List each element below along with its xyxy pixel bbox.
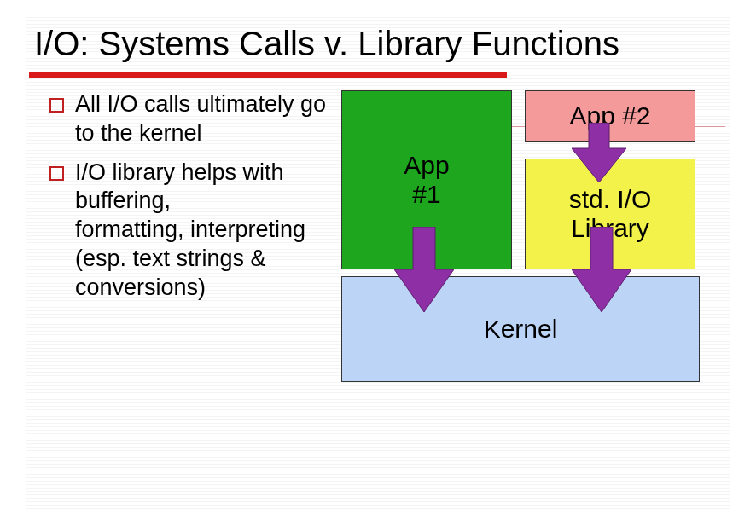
bullet-item: All I/O calls ultimately go to the kerne… — [49, 90, 340, 148]
slide: I/O: Systems Calls v. Library Functions … — [26, 17, 730, 515]
bullet-text: I/O library helps with buffering, format… — [75, 159, 305, 300]
bullet-item: I/O library helps with buffering, format… — [49, 159, 340, 303]
arrow-down-icon — [572, 227, 631, 312]
arrow-down-icon — [572, 123, 626, 182]
slide-title: I/O: Systems Calls v. Library Functions — [26, 17, 730, 68]
diagram: App #1 App #2 std. I/O Library Kernel — [341, 90, 730, 448]
title-underline-thick — [29, 72, 507, 78]
box-label: App #1 — [404, 151, 449, 210]
box-label: Kernel — [484, 315, 558, 344]
arrow-down-icon — [394, 227, 454, 312]
bullet-list: All I/O calls ultimately go to the kerne… — [49, 90, 340, 312]
bullet-text: All I/O calls ultimately go to the kerne… — [75, 91, 326, 146]
